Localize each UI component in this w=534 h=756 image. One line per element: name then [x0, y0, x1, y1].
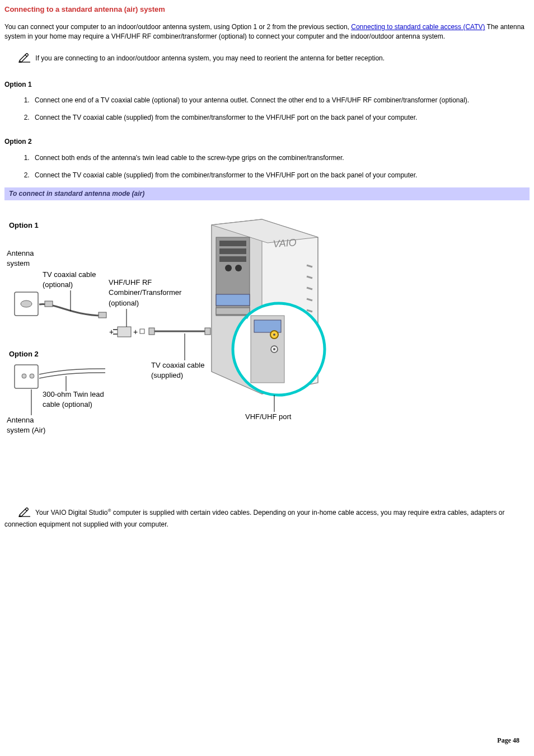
svg-rect-3	[99, 312, 106, 318]
svg-point-45	[273, 334, 275, 336]
svg-point-47	[273, 348, 275, 350]
diagram: Option 1 Antenna system TV coaxial cable…	[4, 204, 530, 472]
svg-rect-43	[254, 320, 281, 332]
svg-rect-26	[219, 256, 246, 262]
catv-link[interactable]: Connecting to standard cable access (CAT…	[351, 23, 485, 31]
svg-rect-25	[219, 248, 246, 254]
svg-rect-2	[45, 301, 53, 307]
list-item: Connect the TV coaxial cable (supplied) …	[31, 171, 530, 180]
list-item: Connect one end of a TV coaxial cable (o…	[31, 96, 530, 105]
note-reorient: If you are connecting to an indoor/outdo…	[4, 51, 530, 65]
svg-rect-5	[118, 327, 131, 337]
option-1-steps: Connect one end of a TV coaxial cable (o…	[4, 96, 530, 123]
svg-rect-17	[149, 328, 154, 335]
option-2-heading: Option 2	[4, 137, 530, 147]
svg-point-13	[22, 374, 26, 378]
page-number: Page 48	[497, 736, 519, 745]
svg-text:VAIO: VAIO	[273, 237, 297, 250]
svg-rect-10	[140, 329, 144, 334]
svg-point-14	[30, 374, 34, 378]
note-reorient-text: If you are connecting to an indoor/outdo…	[34, 54, 385, 62]
list-item: Connect both ends of the antenna's twin …	[31, 153, 530, 163]
page-title: Connecting to a standard antenna (air) s…	[4, 4, 530, 15]
diagram-banner: To connect in standard antenna mode (air…	[4, 187, 530, 200]
svg-rect-30	[216, 308, 250, 314]
svg-rect-24	[219, 241, 246, 246]
option-2-steps: Connect both ends of the antenna's twin …	[4, 153, 530, 180]
pen-icon	[18, 51, 31, 65]
option-1-heading: Option 1	[4, 80, 530, 90]
svg-point-1	[21, 300, 32, 307]
svg-rect-29	[216, 294, 250, 306]
list-item: Connect the TV coaxial cable (supplied) …	[31, 113, 530, 123]
diagram-drawing: + +	[4, 204, 340, 472]
svg-text:+: +	[109, 327, 114, 336]
intro-part-1: You can connect your computer to an indo…	[4, 23, 351, 31]
svg-rect-18	[205, 328, 210, 335]
intro-paragraph: You can connect your computer to an indo…	[4, 22, 530, 41]
note-cables: Your VAIO Digital Studio® computer is su…	[4, 506, 530, 529]
svg-text:+: +	[133, 327, 138, 336]
svg-point-27	[225, 265, 232, 271]
svg-point-28	[235, 265, 242, 271]
pen-icon	[18, 506, 31, 520]
note-cables-text-1: Your VAIO Digital Studio	[34, 509, 108, 516]
